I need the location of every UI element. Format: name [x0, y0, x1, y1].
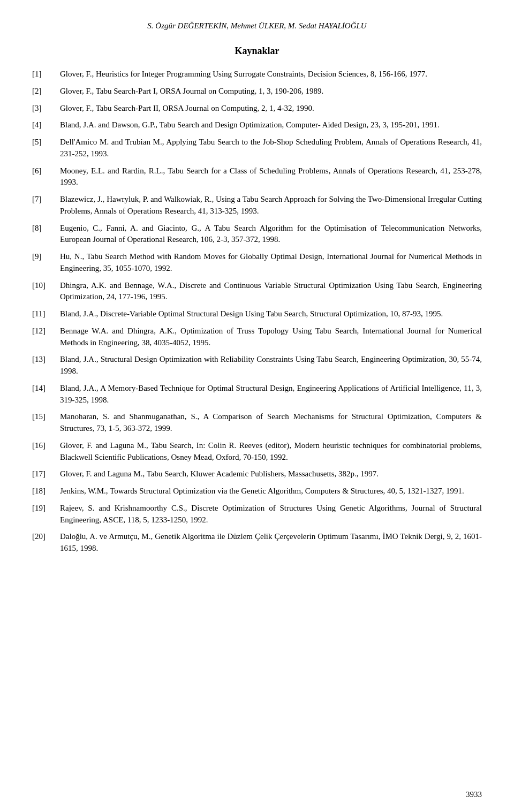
ref-number: [13]	[32, 354, 60, 366]
ref-number: [19]	[32, 503, 60, 514]
ref-text: Daloğlu, A. ve Armutçu, M., Genetik Algo…	[60, 531, 482, 555]
ref-number: [15]	[32, 411, 60, 423]
ref-number: [5]	[32, 136, 60, 148]
ref-number: [2]	[32, 86, 60, 97]
section-title: Kaynaklar	[32, 45, 482, 57]
ref-text: Manoharan, S. and Shanmuganathan, S., A …	[60, 411, 482, 435]
ref-text: Eugenio, C., Fanni, A. and Giacinto, G.,…	[60, 223, 482, 246]
ref-number: [4]	[32, 119, 60, 131]
ref-number: [18]	[32, 485, 60, 497]
ref-number: [9]	[32, 251, 60, 263]
page-number: 3933	[466, 790, 482, 799]
ref-text: Jenkins, W.M., Towards Structural Optimi…	[60, 485, 482, 497]
ref-text: Hu, N., Tabu Search Method with Random M…	[60, 251, 482, 275]
ref-number: [7]	[32, 194, 60, 206]
reference-item: [3]Glover, F., Tabu Search-Part II, ORSA…	[32, 103, 482, 115]
page: S. Özgür DEĞERTEKİN, Mehmet ÜLKER, M. Se…	[0, 0, 514, 812]
references-list: [1]Glover, F., Heuristics for Integer Pr…	[32, 69, 482, 555]
ref-text: Dell'Amico M. and Trubian M., Applying T…	[60, 136, 482, 160]
ref-text: Rajeev, S. and Krishnamoorthy C.S., Disc…	[60, 503, 482, 526]
ref-number: [8]	[32, 223, 60, 234]
ref-number: [11]	[32, 308, 60, 320]
reference-item: [10]Dhingra, A.K. and Bennage, W.A., Dis…	[32, 280, 482, 303]
header-text: S. Özgür DEĞERTEKİN, Mehmet ÜLKER, M. Se…	[147, 21, 366, 30]
ref-text: Bland, J.A. and Dawson, G.P., Tabu Searc…	[60, 119, 482, 131]
ref-number: [3]	[32, 103, 60, 115]
reference-item: [2]Glover, F., Tabu Search-Part I, ORSA …	[32, 86, 482, 97]
page-header: S. Özgür DEĞERTEKİN, Mehmet ÜLKER, M. Se…	[32, 21, 482, 31]
reference-item: [9]Hu, N., Tabu Search Method with Rando…	[32, 251, 482, 275]
ref-number: [1]	[32, 69, 60, 80]
reference-item: [19]Rajeev, S. and Krishnamoorthy C.S., …	[32, 503, 482, 526]
ref-text: Blazewicz, J., Hawryluk, P. and Walkowia…	[60, 194, 482, 217]
reference-item: [5]Dell'Amico M. and Trubian M., Applyin…	[32, 136, 482, 160]
ref-text: Bland, J.A., Structural Design Optimizat…	[60, 354, 482, 377]
ref-number: [20]	[32, 531, 60, 543]
reference-item: [20]Daloğlu, A. ve Armutçu, M., Genetik …	[32, 531, 482, 555]
reference-item: [17]Glover, F. and Laguna M., Tabu Searc…	[32, 468, 482, 480]
reference-item: [12]Bennage W.A. and Dhingra, A.K., Opti…	[32, 325, 482, 349]
ref-number: [17]	[32, 468, 60, 480]
reference-item: [15]Manoharan, S. and Shanmuganathan, S.…	[32, 411, 482, 435]
reference-item: [1]Glover, F., Heuristics for Integer Pr…	[32, 69, 482, 80]
ref-number: [12]	[32, 325, 60, 337]
ref-text: Glover, F. and Laguna M., Tabu Search, K…	[60, 468, 482, 480]
ref-text: Glover, F. and Laguna M., Tabu Search, I…	[60, 440, 482, 464]
ref-text: Glover, F., Tabu Search-Part I, ORSA Jou…	[60, 86, 482, 97]
ref-text: Bland, J.A., Discrete-Variable Optimal S…	[60, 308, 482, 320]
reference-item: [7]Blazewicz, J., Hawryluk, P. and Walko…	[32, 194, 482, 217]
ref-number: [14]	[32, 383, 60, 394]
ref-text: Glover, F., Heuristics for Integer Progr…	[60, 69, 482, 80]
ref-text: Glover, F., Tabu Search-Part II, ORSA Jo…	[60, 103, 482, 115]
ref-text: Mooney, E.L. and Rardin, R.L., Tabu Sear…	[60, 165, 482, 189]
ref-text: Bland, J.A., A Memory-Based Technique fo…	[60, 383, 482, 406]
reference-item: [13]Bland, J.A., Structural Design Optim…	[32, 354, 482, 377]
reference-item: [8]Eugenio, C., Fanni, A. and Giacinto, …	[32, 223, 482, 246]
ref-text: Dhingra, A.K. and Bennage, W.A., Discret…	[60, 280, 482, 303]
reference-item: [6]Mooney, E.L. and Rardin, R.L., Tabu S…	[32, 165, 482, 189]
reference-item: [4]Bland, J.A. and Dawson, G.P., Tabu Se…	[32, 119, 482, 131]
reference-item: [14]Bland, J.A., A Memory-Based Techniqu…	[32, 383, 482, 406]
ref-number: [10]	[32, 280, 60, 292]
ref-text: Bennage W.A. and Dhingra, A.K., Optimiza…	[60, 325, 482, 349]
reference-item: [18]Jenkins, W.M., Towards Structural Op…	[32, 485, 482, 497]
reference-item: [11]Bland, J.A., Discrete-Variable Optim…	[32, 308, 482, 320]
ref-number: [16]	[32, 440, 60, 452]
ref-number: [6]	[32, 165, 60, 177]
reference-item: [16]Glover, F. and Laguna M., Tabu Searc…	[32, 440, 482, 464]
